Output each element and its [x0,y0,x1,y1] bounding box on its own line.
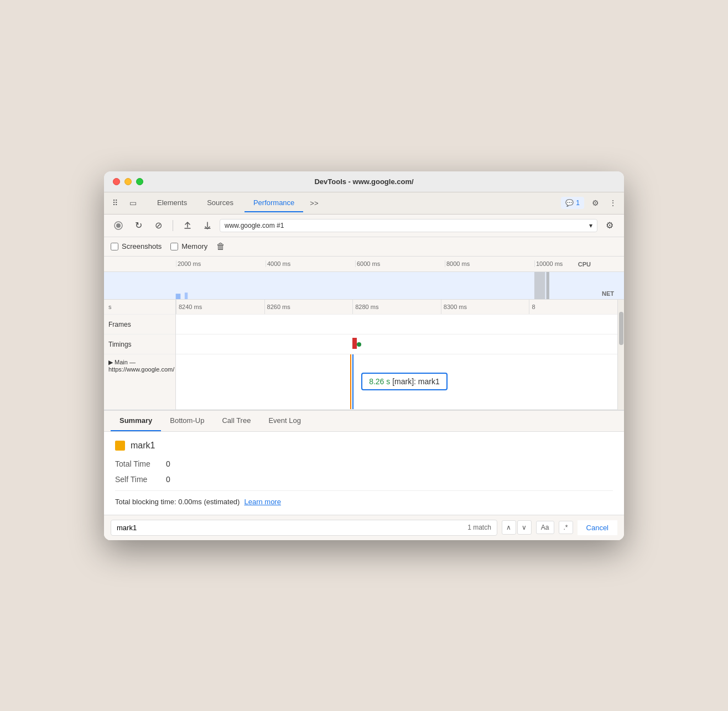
detail-timeline: s Frames Timings ▶ Main — https://www.go… [104,300,624,410]
search-nav-buttons: ∧ ∨ [502,520,532,535]
badge-icon: 💬 [565,199,574,207]
search-next-button[interactable]: ∨ [517,520,532,535]
mark-name: mark1 [131,441,155,451]
screenshots-bar: Screenshots Memory 🗑 [104,237,624,257]
total-time-value: 0 [166,459,170,468]
svg-rect-4 [534,272,545,299]
profile-selector[interactable]: www.google.com #1 ▾ [220,219,597,232]
overview-chart[interactable]: NET [104,272,624,300]
self-time-row: Self Time 0 [115,475,613,484]
traffic-lights [113,178,143,185]
timeline-content: 8240 ms 8260 ms 8280 ms 8300 ms 8 [176,300,617,410]
more-icon[interactable]: ⋮ [606,196,620,210]
download-button[interactable] [200,218,215,233]
self-time-label: Self Time [115,475,159,484]
summary-content: mark1 Total Time 0 Self Time 0 Total blo… [104,432,624,515]
timings-label: Timings [104,334,175,354]
cpu-label: CPU [578,261,591,268]
search-prev-button[interactable]: ∧ [502,520,516,535]
detail-s-label: s [108,304,112,310]
tab-elements[interactable]: Elements [148,194,196,212]
tab-bar-icons: ⠿ ▭ [108,196,139,210]
record-button[interactable] [111,218,126,233]
detail-mark-8260: 8260 ms [264,300,353,315]
time-mark-4000: 4000 ms [266,260,355,267]
trash-button[interactable]: 🗑 [216,242,225,252]
settings-icon[interactable]: ⚙ [589,196,602,210]
detail-mark-8end: 8 [529,300,617,315]
tab-performance[interactable]: Performance [245,194,303,212]
window-title: DevTools - www.google.com/ [314,177,413,186]
main-row: 8.26 s [mark]: mark1 [176,354,617,409]
orange-cursor-line [350,354,351,409]
search-regex-button[interactable]: .* [559,521,573,534]
learn-more-link[interactable]: Learn more [244,498,280,506]
detail-mark-8240: 8240 ms [176,300,264,315]
time-mark-6000: 6000 ms [355,260,445,267]
tab-bar: ⠿ ▭ Elements Sources Performance >> 💬 1 … [104,192,624,215]
notification-badge[interactable]: 💬 1 [561,197,584,209]
time-ruler: 2000 ms 4000 ms 6000 ms 8000 ms 10000 ms… [104,257,624,272]
pointer-icon[interactable]: ⠿ [108,196,122,210]
net-label: NET [602,290,614,297]
close-button[interactable] [113,178,120,185]
scrollbar[interactable] [617,300,624,410]
time-ruler-marks: 2000 ms 4000 ms 6000 ms 8000 ms 10000 ms [176,260,624,267]
minimize-button[interactable] [124,178,132,185]
detail-mark-8280: 8280 ms [352,300,441,315]
clear-button[interactable]: ⊘ [150,218,166,233]
tab-bottom-up[interactable]: Bottom-Up [161,411,213,431]
red-timing-bar [352,338,357,349]
maximize-button[interactable] [136,178,143,185]
blocking-time-text: Total blocking time: 0.00ms (estimated) [115,498,240,506]
memory-checkbox[interactable]: Memory [170,242,207,250]
detail-ruler-left: s [104,300,175,315]
frames-text: Frames [108,321,131,328]
search-input-wrap: 1 match [111,520,497,536]
svg-point-1 [116,223,121,228]
frames-label: Frames [104,315,175,334]
refresh-button[interactable]: ↻ [131,218,146,233]
search-case-button[interactable]: Aa [536,521,554,534]
bottom-panel: Summary Bottom-Up Call Tree Event Log ma… [104,410,624,540]
svg-rect-5 [547,272,549,299]
screenshots-checkbox-input[interactable] [111,243,118,250]
search-input[interactable] [117,524,463,532]
self-time-value: 0 [166,475,170,484]
total-time-label: Total Time [115,459,159,468]
main-text: ▶ Main — https://www.google.com/ [108,359,174,373]
devtools-window: DevTools - www.google.com/ ⠿ ▭ Elements … [104,171,624,540]
search-bar: 1 match ∧ ∨ Aa .* Cancel [104,515,624,540]
mark-time: 8.26 s [369,377,390,386]
dropdown-arrow: ▾ [589,222,592,229]
toolbar-settings[interactable]: ⚙ [602,218,617,233]
mark-header: mark1 [115,441,613,451]
match-count: 1 match [467,524,491,531]
tab-event-log[interactable]: Event Log [259,411,310,431]
tab-summary[interactable]: Summary [111,411,161,431]
tab-call-tree[interactable]: Call Tree [213,411,259,431]
search-cancel-button[interactable]: Cancel [578,520,617,535]
main-label: ▶ Main — https://www.google.com/ [104,354,175,410]
badge-count: 1 [576,199,580,207]
memory-label: Memory [181,242,207,250]
timeline-left-panel: s Frames Timings ▶ Main — https://www.go… [104,300,176,410]
frames-row [176,315,617,334]
timings-row [176,334,617,354]
mark-color-box [115,441,125,451]
timings-text: Timings [108,341,132,348]
svg-rect-3 [185,292,188,299]
mark-tooltip: 8.26 s [mark]: mark1 [361,373,448,390]
device-icon[interactable]: ▭ [126,196,139,210]
detail-ruler-marks: 8240 ms 8260 ms 8280 ms 8300 ms 8 [176,300,617,315]
screenshots-checkbox[interactable]: Screenshots [111,242,162,250]
scrollbar-thumb[interactable] [619,312,623,345]
tab-sources[interactable]: Sources [198,194,242,212]
upload-button[interactable] [180,218,195,233]
detail-mark-8300: 8300 ms [441,300,529,315]
title-bar: DevTools - www.google.com/ [104,171,624,192]
tab-more[interactable]: >> [305,197,323,210]
time-mark-2000: 2000 ms [176,260,266,267]
memory-checkbox-input[interactable] [170,243,178,250]
mark-label: [mark]: mark1 [392,377,440,386]
